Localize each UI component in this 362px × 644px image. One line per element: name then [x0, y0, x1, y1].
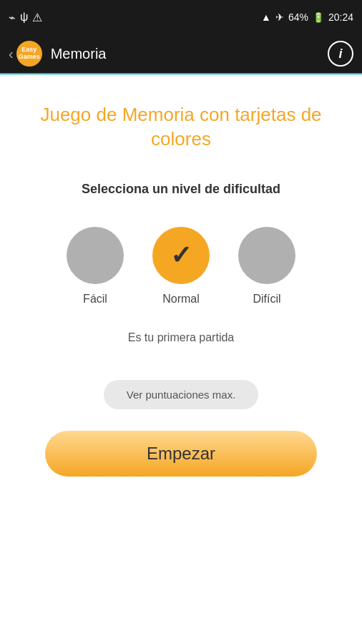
game-title: Juego de Memoria con tarjetas de colores — [21, 103, 341, 152]
app-title: Memoria — [51, 46, 328, 62]
difficulty-label: Selecciona un nivel de dificultad — [82, 180, 280, 198]
difficulty-option-normal[interactable]: ✓ Normal — [152, 227, 210, 306]
status-bar: ⌁ ψ ⚠ ▲ ✈ 64% 🔋 20:24 — [0, 0, 362, 34]
difficulty-name-dificil: Difícil — [253, 293, 280, 306]
status-icons-left: ⌁ ψ ⚠ — [9, 11, 42, 24]
battery-percent: 64% — [288, 11, 308, 23]
back-arrow-icon[interactable]: ‹ — [9, 46, 14, 62]
difficulty-circle-normal: ✓ — [152, 227, 210, 284]
status-icons-right: ▲ ✈ 64% 🔋 20:24 — [261, 11, 353, 23]
charge-icon: ψ — [20, 11, 28, 24]
difficulty-option-dificil[interactable]: Difícil — [238, 227, 295, 306]
clock: 20:24 — [328, 11, 353, 23]
checkmark-icon: ✓ — [170, 240, 192, 270]
app-logo: EasyGames — [16, 41, 42, 67]
airplane-icon: ✈ — [275, 11, 284, 23]
app-bar: ‹ EasyGames Memoria i — [0, 34, 362, 74]
difficulty-selector: Fácil ✓ Normal Difícil — [67, 227, 295, 306]
wifi-icon: ▲ — [261, 11, 271, 23]
main-content: Juego de Memoria con tarjetas de colores… — [0, 74, 362, 644]
difficulty-option-facil[interactable]: Fácil — [67, 227, 124, 306]
scores-button[interactable]: Ver puntuaciones max. — [104, 380, 259, 409]
logo-text: EasyGames — [19, 47, 40, 61]
info-button[interactable]: i — [328, 41, 353, 67]
warning-icon: ⚠ — [32, 11, 42, 24]
difficulty-name-normal: Normal — [162, 293, 200, 306]
first-game-text: Es tu primera partida — [128, 331, 235, 344]
usb-icon: ⌁ — [9, 11, 16, 24]
difficulty-circle-dificil — [238, 227, 295, 284]
difficulty-circle-facil — [67, 227, 124, 284]
difficulty-name-facil: Fácil — [83, 293, 107, 306]
start-button[interactable]: Empezar — [45, 431, 316, 477]
battery-icon: 🔋 — [313, 12, 324, 23]
